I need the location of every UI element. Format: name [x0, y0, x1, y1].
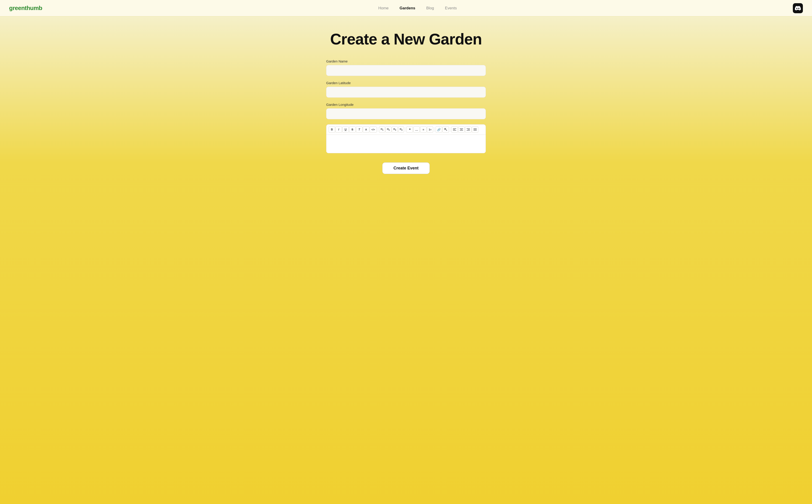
svg-rect-5 — [460, 130, 463, 131]
nav-blog[interactable]: Blog — [426, 6, 434, 10]
app-logo[interactable]: greenthumb — [9, 5, 42, 12]
toolbar-link-button[interactable]: 🔗 — [436, 126, 442, 133]
toolbar-underline-button[interactable]: U — [342, 126, 349, 133]
svg-rect-11 — [474, 130, 477, 131]
toolbar-align-right-button[interactable] — [465, 126, 471, 133]
discord-icon — [795, 5, 801, 11]
toolbar-italic-button[interactable]: I — [336, 126, 342, 133]
toolbar-divider-3 — [434, 127, 435, 132]
toolbar-strikethrough-button[interactable]: S — [349, 126, 356, 133]
toolbar-bold-button[interactable]: B — [329, 126, 335, 133]
editor-toolbar: B I U S T A </> H1 H2 H3 — [326, 125, 486, 135]
garden-latitude-group: Garden Latitude — [326, 81, 486, 98]
svg-rect-10 — [474, 129, 477, 130]
garden-name-label: Garden Name — [326, 59, 486, 63]
toolbar-typography-button[interactable]: T — [356, 126, 362, 133]
rich-text-editor: B I U S T A </> H1 H2 H3 — [326, 124, 486, 153]
svg-rect-1 — [453, 129, 455, 130]
garden-longitude-input[interactable] — [326, 108, 486, 119]
toolbar-h1-button[interactable]: H1 — [379, 126, 385, 133]
main-content: Create a New Garden Garden Name Garden L… — [0, 16, 812, 504]
page-title: Create a New Garden — [330, 30, 482, 48]
svg-rect-9 — [474, 128, 477, 129]
discord-button[interactable] — [793, 3, 803, 13]
toolbar-align-center-button[interactable] — [458, 126, 465, 133]
toolbar-unlink-button[interactable]: ⛏ — [442, 126, 449, 133]
toolbar-justify-button[interactable] — [472, 126, 478, 133]
toolbar-h2-button[interactable]: H2 — [385, 126, 391, 133]
svg-rect-2 — [453, 130, 456, 131]
toolbar-divider-2 — [405, 127, 405, 132]
toolbar-ordered-list-button[interactable]: 1≡ — [427, 126, 433, 133]
garden-longitude-label: Garden Longitude — [326, 103, 486, 107]
nav-gardens[interactable]: Gardens — [400, 6, 415, 10]
svg-rect-3 — [460, 128, 463, 129]
svg-rect-8 — [467, 130, 470, 131]
garden-name-group: Garden Name — [326, 59, 486, 76]
nav-home[interactable]: Home — [378, 6, 388, 10]
nav-events[interactable]: Events — [445, 6, 457, 10]
nav-links: Home Gardens Blog Events — [378, 6, 457, 10]
editor-content-area[interactable] — [326, 135, 486, 153]
svg-rect-0 — [453, 128, 456, 129]
garden-latitude-label: Garden Latitude — [326, 81, 486, 85]
toolbar-h3-button[interactable]: H3 — [392, 126, 398, 133]
toolbar-hr-button[interactable]: … — [413, 126, 420, 133]
toolbar-highlight-button[interactable]: A — [363, 126, 369, 133]
svg-rect-6 — [467, 128, 470, 129]
toolbar-bullet-list-button[interactable]: ≡ — [420, 126, 427, 133]
create-garden-form: Garden Name Garden Latitude Garden Longi… — [326, 59, 486, 174]
create-event-button[interactable]: Create Event — [382, 162, 430, 174]
toolbar-code-button[interactable]: </> — [370, 126, 377, 133]
navbar: greenthumb Home Gardens Blog Events — [0, 0, 812, 16]
garden-name-input[interactable] — [326, 65, 486, 76]
svg-rect-4 — [460, 129, 463, 130]
toolbar-align-left-button[interactable] — [451, 126, 458, 133]
toolbar-divider-1 — [378, 127, 378, 132]
toolbar-blockquote-button[interactable]: ❝ — [406, 126, 413, 133]
toolbar-h4-button[interactable]: H4 — [398, 126, 404, 133]
garden-longitude-group: Garden Longitude — [326, 103, 486, 119]
garden-latitude-input[interactable] — [326, 87, 486, 98]
toolbar-divider-4 — [450, 127, 450, 132]
svg-rect-7 — [468, 129, 470, 130]
